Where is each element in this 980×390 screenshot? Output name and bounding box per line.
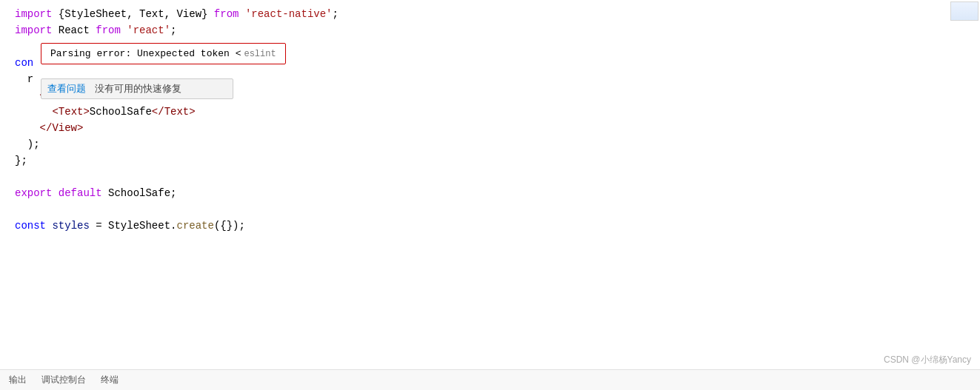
stylesheet-ref: StyleSheet	[108, 218, 170, 234]
view-close: </View>	[40, 120, 84, 136]
code-area: import {StyleSheet, Text, View} from 're…	[0, 0, 980, 240]
r-text: r	[15, 71, 33, 87]
terminal-tab[interactable]: 终端	[101, 374, 119, 386]
imports: {StyleSheet, Text, View}	[59, 6, 208, 22]
schoolsafe-name: SchoolSafe;	[108, 185, 176, 201]
keyword-import2: import	[15, 22, 59, 38]
text-open: <Text>	[52, 104, 89, 120]
indent8	[15, 120, 40, 136]
code-line-14: const styles = StyleSheet.create({});	[0, 218, 980, 234]
output-tab[interactable]: 输出	[9, 374, 27, 386]
indent7	[15, 104, 52, 120]
school-safe-text: SchoolSafe	[90, 104, 152, 120]
const-keyword: const	[15, 218, 52, 234]
code-line-13	[0, 201, 980, 218]
dot-accessor: .	[170, 218, 176, 234]
code-line-1: import {StyleSheet, Text, View} from 're…	[0, 6, 980, 22]
keyword-from: from	[207, 6, 244, 22]
code-line-11	[0, 169, 980, 185]
code-line-8: </View>	[0, 120, 980, 136]
quickfix-dropdown: 查看问题 没有可用的快速修复	[41, 78, 233, 99]
default-keyword: default	[59, 185, 108, 201]
error-message: Parsing error: Unexpected token <	[50, 48, 241, 59]
closing-paren: );	[15, 136, 40, 152]
bottom-bar: 输出 调试控制台 终端	[0, 369, 980, 390]
create-fn: create	[176, 218, 213, 234]
text-close: </Text>	[152, 104, 196, 120]
no-fix-label: 没有可用的快速修复	[95, 82, 181, 95]
styles-var: styles	[52, 218, 89, 234]
view-problem-link[interactable]: 查看问题	[47, 82, 86, 95]
code-line-12: export default SchoolSafe;	[0, 185, 980, 201]
editor-container: import {StyleSheet, Text, View} from 're…	[0, 0, 980, 390]
keyword-import: import	[15, 6, 59, 22]
code-line-9: );	[0, 136, 980, 152]
react-name: React	[59, 22, 96, 38]
code-line-7: <Text>SchoolSafe</Text>	[0, 104, 980, 120]
eslint-badge: eslint	[244, 49, 276, 59]
code-line-10: };	[0, 152, 980, 169]
csdn-watermark: CSDN @小绵杨Yancy	[884, 354, 971, 366]
export-keyword: export	[15, 185, 59, 201]
equals-sign: =	[90, 218, 108, 234]
empty-obj: ({});	[214, 218, 245, 234]
code-line-2: import React from 'react';	[0, 22, 980, 38]
keyword-from2: from	[96, 22, 127, 38]
semicolon: ;	[333, 6, 339, 22]
module-name: 'react-native'	[245, 6, 333, 22]
closing-brace: };	[15, 152, 27, 169]
error-tooltip: Parsing error: Unexpected token <eslint	[41, 43, 286, 64]
con-keyword: con	[15, 55, 33, 71]
debug-console-tab[interactable]: 调试控制台	[41, 374, 86, 386]
indent6	[15, 87, 40, 104]
semi2: ;	[170, 22, 176, 38]
react-module: 'react'	[127, 22, 170, 38]
